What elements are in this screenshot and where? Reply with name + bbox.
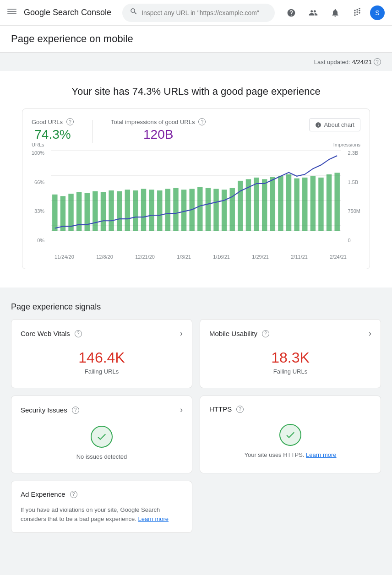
last-updated-bar: Last updated: 4/24/21 ?: [0, 53, 392, 71]
search-icon: [130, 7, 138, 18]
core-web-vitals-sublabel: Failing URLs: [85, 368, 119, 375]
svg-rect-12: [85, 193, 90, 231]
x-label-7: 2/11/21: [291, 254, 308, 260]
svg-rect-38: [294, 179, 299, 231]
metric-good-urls: Good URLs ? 74.3%: [32, 118, 74, 142]
card-ad-experience: Ad Experience ? If you have ad violation…: [11, 481, 192, 533]
metric1-info-icon[interactable]: ?: [66, 118, 74, 125]
ad-experience-row: Ad Experience ? If you have ad violation…: [11, 481, 381, 533]
chart-card: Good URLs ? 74.3% Total impressions of g…: [22, 108, 370, 269]
users-button[interactable]: [304, 4, 322, 22]
main-content: Last updated: 4/24/21 ? Your site has 74…: [0, 53, 392, 559]
mobile-usability-info-icon[interactable]: ?: [262, 330, 269, 337]
svg-rect-17: [125, 190, 130, 231]
card-mobile-usability-title: Mobile Usability ?: [209, 330, 269, 337]
signals-section-title: Page experience signals: [11, 291, 381, 319]
chart-svg: [51, 150, 341, 251]
core-web-vitals-value: 146.4K: [78, 349, 125, 366]
card-ad-experience-header: Ad Experience ?: [21, 490, 183, 498]
ad-experience-info-icon[interactable]: ?: [70, 491, 77, 498]
y-left-title: URLs: [32, 142, 44, 147]
https-info-icon[interactable]: ?: [236, 406, 244, 413]
svg-rect-9: [60, 196, 65, 231]
header-actions: S: [282, 4, 385, 22]
svg-rect-0: [7, 9, 16, 10]
search-input[interactable]: [142, 9, 267, 16]
svg-rect-33: [254, 178, 259, 231]
svg-rect-34: [262, 179, 267, 231]
metric1-label: Good URLs ?: [32, 118, 74, 125]
last-updated-date: 4/24/21: [352, 59, 372, 65]
last-updated-info-icon[interactable]: ?: [374, 58, 381, 65]
svg-rect-8: [52, 195, 57, 231]
mobile-usability-chevron[interactable]: ›: [369, 329, 371, 338]
x-axis-labels: 11/24/20 12/8/20 12/21/20 1/3/21 1/16/21…: [32, 252, 360, 260]
page-title-bar: Page experience on mobile: [0, 26, 392, 53]
core-web-vitals-info-icon[interactable]: ?: [75, 330, 82, 337]
card-security-issues-body: No issues detected: [21, 422, 183, 464]
logo-text: Google Search Console: [24, 8, 111, 17]
card-core-web-vitals-title: Core Web Vitals ?: [21, 330, 82, 337]
security-issues-check-icon: [91, 426, 113, 448]
security-issues-chevron[interactable]: ›: [180, 405, 183, 415]
svg-rect-16: [117, 191, 122, 231]
svg-rect-22: [165, 189, 170, 231]
x-label-4: 1/3/21: [177, 254, 191, 260]
security-issues-info-icon[interactable]: ?: [72, 407, 79, 414]
card-security-issues-title: Security Issues ?: [21, 406, 79, 414]
signals-grid: Core Web Vitals ? › 146.4K Failing URLs …: [11, 319, 381, 473]
menu-icon[interactable]: [7, 7, 16, 18]
page-title: Page experience on mobile: [11, 33, 381, 45]
hero-title: Your site has 74.3% URLs with a good pag…: [11, 86, 381, 98]
svg-rect-2: [7, 13, 16, 14]
x-label-2: 12/8/20: [96, 254, 113, 260]
y-axis-right: 2.3B 1.5B 750M 0: [346, 150, 360, 243]
svg-rect-30: [230, 188, 235, 231]
svg-rect-37: [286, 174, 291, 231]
svg-rect-29: [222, 190, 227, 231]
mobile-usability-value: 18.3K: [271, 349, 310, 366]
core-web-vitals-chevron[interactable]: ›: [180, 329, 183, 338]
ad-experience-learn-more-link[interactable]: Learn more: [138, 515, 169, 522]
metric-impressions: Total impressions of good URLs ? 120B: [111, 118, 206, 142]
ad-experience-placeholder: [200, 481, 381, 533]
https-learn-more-link[interactable]: Learn more: [306, 451, 336, 458]
svg-rect-19: [141, 189, 146, 231]
svg-rect-14: [101, 192, 106, 231]
chart-metrics: Good URLs ? 74.3% Total impressions of g…: [32, 118, 360, 143]
apps-button[interactable]: [348, 4, 366, 22]
svg-rect-15: [109, 190, 114, 231]
card-mobile-usability: Mobile Usability ? › 18.3K Failing URLs: [200, 319, 381, 388]
last-updated-label: Last updated:: [314, 59, 350, 65]
card-security-issues: Security Issues ? › No issues detected: [11, 396, 192, 473]
avatar[interactable]: S: [370, 5, 385, 20]
help-button[interactable]: [282, 4, 300, 22]
svg-rect-24: [181, 190, 186, 231]
metric-divider: [92, 120, 93, 143]
svg-rect-40: [310, 176, 316, 231]
notifications-button[interactable]: [326, 4, 344, 22]
x-label-3: 12/21/20: [135, 254, 155, 260]
card-mobile-usability-body: 18.3K Failing URLs: [209, 346, 371, 379]
search-bar[interactable]: [122, 4, 275, 22]
svg-rect-13: [93, 191, 98, 231]
metric2-label: Total impressions of good URLs ?: [111, 118, 206, 125]
logo: Google Search Console: [24, 8, 111, 17]
hero-section: Your site has 74.3% URLs with a good pag…: [0, 71, 392, 288]
https-check-icon: [279, 424, 301, 446]
svg-rect-1: [7, 11, 16, 12]
about-chart-button[interactable]: About chart: [309, 118, 361, 131]
metric2-info-icon[interactable]: ?: [198, 118, 206, 125]
card-core-web-vitals: Core Web Vitals ? › 146.4K Failing URLs: [11, 319, 192, 388]
svg-rect-35: [270, 177, 275, 231]
security-issues-ok-text: No issues detected: [76, 453, 127, 460]
card-https-title: HTTPS ?: [209, 405, 244, 413]
svg-rect-42: [327, 174, 332, 231]
svg-rect-39: [302, 178, 307, 231]
mobile-usability-sublabel: Failing URLs: [273, 368, 307, 375]
ad-experience-description: If you have ad violations on your site, …: [21, 505, 183, 523]
svg-rect-27: [206, 188, 211, 231]
svg-rect-20: [149, 190, 154, 231]
svg-rect-21: [157, 190, 162, 231]
metric2-value: 120B: [111, 127, 206, 142]
